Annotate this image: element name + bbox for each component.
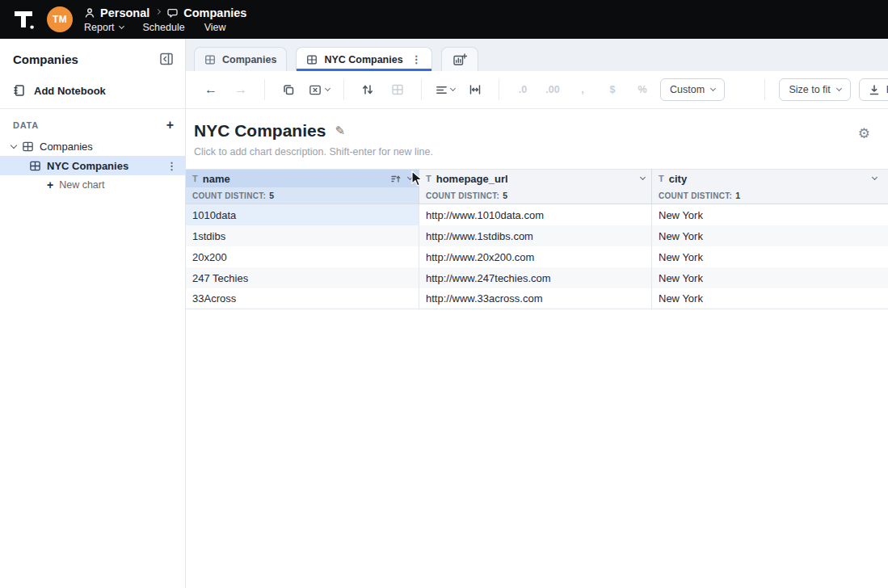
sidebar-item-label: New chart [59, 179, 104, 191]
new-tab-button[interactable] [441, 47, 478, 71]
currency-format-button[interactable]: $ [600, 78, 625, 102]
custom-format-button[interactable]: Custom [660, 78, 725, 101]
sort-button[interactable] [356, 78, 380, 102]
column-aggregate-homepage-url[interactable]: COUNT DISTINCT: 5 [419, 187, 652, 204]
table-cell[interactable]: New York [652, 204, 888, 225]
breadcrumb: Personal Companies [84, 6, 246, 19]
column-name-label: city [669, 173, 687, 185]
column-menu-chevron-icon[interactable] [640, 174, 646, 180]
table-cell[interactable]: 20x200 [186, 246, 419, 267]
breadcrumb-companies[interactable]: Companies [166, 6, 246, 19]
align-left-icon [436, 84, 448, 96]
align-button[interactable] [433, 78, 457, 102]
size-to-fit-button[interactable]: Size to fit [779, 78, 850, 101]
chevron-down-icon [836, 86, 842, 91]
table-icon [29, 160, 41, 172]
add-notebook-label: Add Notebook [34, 85, 106, 97]
table-cell[interactable]: 1stdibs [186, 225, 419, 246]
avatar[interactable]: TM [47, 6, 73, 32]
table-cell[interactable]: 33Across [186, 288, 419, 309]
table-cell[interactable]: New York [652, 267, 888, 288]
edit-title-icon[interactable]: ✎ [335, 124, 345, 138]
chevron-down-icon[interactable] [11, 141, 17, 148]
page-title[interactable]: NYC Companies [194, 121, 326, 141]
table-cell[interactable]: http://www.1010data.com [419, 204, 652, 225]
tab-label: Companies [222, 54, 276, 65]
sidebar-item-nyc-companies[interactable]: NYC Companies ⋮ [0, 156, 185, 175]
sort-ascending-icon[interactable] [390, 174, 401, 184]
tab-kebab-menu-icon[interactable]: ⋮ [411, 53, 422, 65]
table-cell[interactable]: 247 Techies [186, 267, 419, 288]
kebab-menu-icon[interactable]: ⋮ [166, 160, 185, 172]
settings-gear-icon[interactable]: ⚙ [858, 125, 870, 142]
aggregate-value: 1 [735, 191, 740, 200]
column-header-homepage-url[interactable]: T homepage_url [419, 169, 652, 187]
tab-nyc-companies[interactable]: NYC Companies ⋮ [296, 47, 431, 71]
decimal-decrease-button[interactable]: .0 [511, 78, 535, 102]
table-cell[interactable]: New York [652, 225, 888, 246]
duplicate-button[interactable] [276, 78, 301, 102]
collapse-sidebar-button[interactable] [158, 50, 175, 68]
table-cell[interactable]: New York [652, 288, 888, 309]
column-aggregate-city[interactable]: COUNT DISTINCT: 1 [652, 187, 888, 204]
column-header-city[interactable]: T city [652, 169, 888, 187]
sidebar-item-label: Companies [40, 141, 93, 153]
comma-format-button[interactable]: , [570, 78, 595, 102]
person-icon [84, 7, 95, 19]
dataset-icon [22, 141, 34, 153]
menu-view[interactable]: View [204, 22, 226, 33]
table-cell[interactable]: http://www.247techies.com [419, 267, 652, 288]
sidebar-item-companies[interactable]: Companies [0, 136, 185, 156]
cell-x-icon [309, 83, 322, 97]
export-button[interactable]: Export [859, 78, 888, 101]
topbar: TM Personal Companies Report Schedule Vi… [0, 0, 888, 39]
redo-forward-button[interactable]: → [229, 78, 253, 102]
canvas-content: NYC Companies ✎ ⚙ Click to add chart des… [186, 109, 888, 588]
sidebar-item-new-chart[interactable]: + New chart [0, 175, 185, 195]
pivot-table-button[interactable] [385, 78, 410, 102]
column-aggregate-name[interactable]: COUNT DISTINCT: 5 [186, 187, 419, 204]
column-menu-chevron-icon[interactable] [407, 174, 413, 180]
fit-width-button[interactable] [463, 78, 487, 102]
decimal-increase-button[interactable]: .00 [541, 78, 565, 102]
clear-cell-button[interactable] [306, 78, 332, 102]
breadcrumb-separator-icon [155, 8, 161, 14]
aggregate-value: 5 [503, 191, 507, 200]
data-section-header: DATA + [0, 112, 185, 136]
aggregate-value: 5 [269, 191, 274, 200]
table-cell[interactable]: http://www.1stdibs.com [419, 225, 652, 246]
add-data-button[interactable]: + [166, 121, 174, 129]
data-table: T name T homepage_url T city [186, 169, 888, 309]
menu-schedule[interactable]: Schedule [143, 22, 185, 33]
download-icon [869, 84, 880, 95]
add-notebook-button[interactable]: Add Notebook [0, 76, 185, 107]
text-type-icon: T [426, 174, 431, 183]
percent-format-button[interactable]: % [630, 78, 654, 102]
breadcrumb-personal-label: Personal [100, 6, 149, 19]
table-cell[interactable]: http://www.20x200.com [419, 246, 652, 267]
menu-report[interactable]: Report [84, 22, 124, 33]
copy-icon [282, 83, 295, 96]
table-cell[interactable]: 1010data [186, 204, 419, 225]
table-cell[interactable]: http://www.33across.com [419, 288, 652, 309]
topbar-menu: Report Schedule View [84, 22, 246, 33]
table-icon [306, 54, 318, 65]
chart-description-placeholder[interactable]: Click to add chart description. Shift-en… [186, 141, 888, 166]
aggregate-label: COUNT DISTINCT: [192, 191, 266, 200]
sidebar-divider [0, 108, 185, 109]
toolbar: ← → [186, 71, 888, 109]
app-logo-icon[interactable] [11, 7, 36, 32]
toolbar-right-group: Size to fit Export [759, 78, 888, 101]
tab-companies[interactable]: Companies [194, 47, 287, 71]
undo-back-button[interactable]: ← [199, 78, 223, 102]
breadcrumb-personal[interactable]: Personal [84, 6, 149, 19]
text-type-icon: T [659, 174, 664, 183]
table-cell[interactable]: New York [652, 246, 888, 267]
topbar-nav: Personal Companies Report Schedule View [84, 6, 246, 33]
tab-label: NYC Companies [324, 54, 402, 65]
toolbar-divider [499, 79, 499, 100]
column-menu-chevron-icon[interactable] [872, 174, 877, 180]
column-header-name[interactable]: T name [186, 169, 419, 187]
sidebar: Companies Add Notebook DATA + Companies … [0, 39, 186, 588]
fit-width-icon [469, 83, 482, 96]
